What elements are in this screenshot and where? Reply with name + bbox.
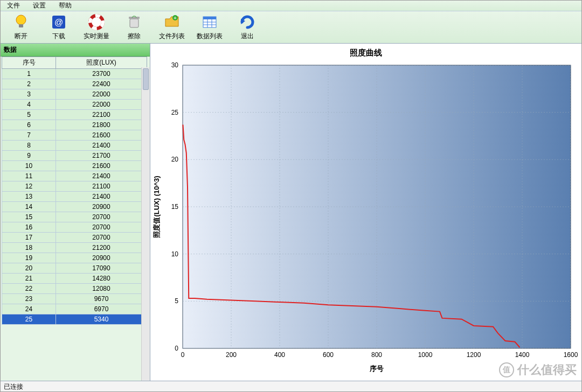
svg-text:5: 5: [175, 297, 178, 305]
menu-settings[interactable]: 设置: [29, 1, 50, 10]
data-panel: 数据 序号 照度(LUX) 12370022240032200042200052…: [1, 44, 150, 381]
cell-lux: 6970: [56, 304, 147, 314]
download-button[interactable]: @ 下载: [41, 12, 76, 43]
svg-rect-7: [129, 17, 140, 19]
cell-lux: 21600: [56, 130, 147, 141]
table-row[interactable]: 239670: [2, 294, 147, 304]
menubar: 文件 设置 帮助: [1, 1, 581, 11]
cell-lux: 23700: [56, 69, 147, 79]
main-area: 数据 序号 照度(LUX) 12370022240032200042200052…: [1, 44, 581, 381]
cell-lux: 21700: [56, 151, 147, 161]
svg-text:1400: 1400: [515, 351, 530, 359]
cell-seq: 17: [2, 233, 56, 243]
clear-button[interactable]: 擦除: [117, 12, 151, 43]
table-row[interactable]: 123700: [2, 69, 147, 79]
data-table: 序号 照度(LUX) 12370022240032200042200052210…: [2, 57, 147, 325]
table-row[interactable]: 2114280: [2, 274, 147, 284]
table-row[interactable]: 1121400: [2, 171, 147, 181]
menu-file[interactable]: 文件: [3, 1, 24, 10]
table-row[interactable]: 2017090: [2, 263, 147, 274]
table-row[interactable]: 222400: [2, 79, 147, 89]
cell-seq: 4: [2, 100, 56, 110]
table-row[interactable]: 1720700: [2, 233, 147, 243]
cell-lux: 22000: [56, 100, 147, 110]
lifebuoy-icon: [88, 13, 105, 31]
svg-rect-6: [130, 19, 138, 27]
svg-text:400: 400: [274, 351, 285, 359]
table-row[interactable]: 322000: [2, 89, 147, 100]
filelist-label: 文件列表: [159, 32, 185, 41]
status-text: 已连接: [4, 383, 23, 390]
svg-text:30: 30: [171, 61, 179, 69]
table-row[interactable]: 246970: [2, 304, 147, 314]
datalist-label: 数据列表: [197, 32, 223, 41]
download-icon: @: [50, 13, 67, 31]
col-seq-header[interactable]: 序号: [2, 57, 56, 69]
cell-seq: 21: [2, 274, 56, 284]
svg-text:1200: 1200: [467, 351, 481, 359]
cell-seq: 2: [2, 79, 56, 89]
table-row[interactable]: 1420900: [2, 202, 147, 212]
table-row[interactable]: 1620700: [2, 222, 147, 233]
cell-seq: 1: [2, 69, 56, 79]
datalist-button[interactable]: 数据列表: [192, 12, 227, 43]
svg-rect-11: [203, 17, 216, 19]
table-row[interactable]: 1021600: [2, 161, 147, 171]
disconnect-button[interactable]: 断开: [4, 12, 38, 43]
scrollbar[interactable]: [141, 67, 150, 381]
table-row[interactable]: 422000: [2, 100, 147, 110]
cell-lux: 20700: [56, 212, 147, 222]
table-row[interactable]: 721600: [2, 130, 147, 141]
chart-panel: 0200400600800100012001400160005101520253…: [150, 44, 581, 381]
table-icon: [201, 13, 218, 31]
cell-seq: 6: [2, 120, 56, 130]
svg-text:20: 20: [171, 156, 179, 163]
table-row[interactable]: 921700: [2, 151, 147, 161]
cell-seq: 7: [2, 130, 56, 141]
cell-seq: 11: [2, 171, 56, 181]
table-row[interactable]: 621800: [2, 120, 147, 130]
cell-seq: 12: [2, 181, 56, 192]
disconnect-label: 断开: [15, 32, 27, 41]
lux-chart: 0200400600800100012001400160005101520253…: [150, 44, 581, 381]
table-row[interactable]: 2212080: [2, 284, 147, 294]
svg-text:800: 800: [371, 351, 382, 359]
cell-seq: 9: [2, 151, 56, 161]
svg-text:照度曲线: 照度曲线: [350, 48, 382, 57]
svg-text:照度值(LUX) (10^3): 照度值(LUX) (10^3): [153, 176, 161, 237]
svg-text:+: +: [174, 15, 177, 21]
svg-point-0: [16, 15, 26, 25]
svg-text:0: 0: [175, 345, 178, 352]
col-lux-header[interactable]: 照度(LUX): [56, 57, 147, 69]
cell-seq: 20: [2, 263, 56, 274]
download-label: 下载: [52, 32, 65, 41]
realtime-button[interactable]: 实时测量: [79, 12, 114, 43]
cell-lux: 22100: [56, 110, 147, 120]
table-row[interactable]: 1221100: [2, 181, 147, 192]
cell-seq: 15: [2, 212, 56, 222]
cell-seq: 18: [2, 243, 56, 253]
svg-text:0: 0: [181, 351, 185, 359]
table-row[interactable]: 255340: [2, 314, 147, 325]
cell-lux: 21400: [56, 192, 147, 202]
cell-seq: 8: [2, 141, 56, 151]
svg-point-4: [90, 16, 103, 29]
lightbulb-icon: [12, 13, 30, 31]
cell-lux: 21400: [56, 141, 147, 151]
cell-lux: 12080: [56, 284, 147, 294]
folder-icon: +: [163, 13, 181, 31]
exit-button[interactable]: 退出: [230, 12, 265, 43]
filelist-button[interactable]: + 文件列表: [155, 12, 189, 43]
menu-help[interactable]: 帮助: [54, 1, 76, 10]
table-row[interactable]: 1920900: [2, 253, 147, 263]
table-row[interactable]: 1520700: [2, 212, 147, 222]
scrollbar-thumb[interactable]: [143, 68, 149, 90]
table-row[interactable]: 821400: [2, 141, 147, 151]
cell-seq: 16: [2, 222, 56, 233]
svg-text:200: 200: [226, 351, 237, 359]
table-row[interactable]: 522100: [2, 110, 147, 120]
table-row[interactable]: 1821200: [2, 243, 147, 253]
svg-rect-1: [19, 24, 23, 27]
cell-lux: 22000: [56, 89, 147, 100]
table-row[interactable]: 1321400: [2, 192, 147, 202]
